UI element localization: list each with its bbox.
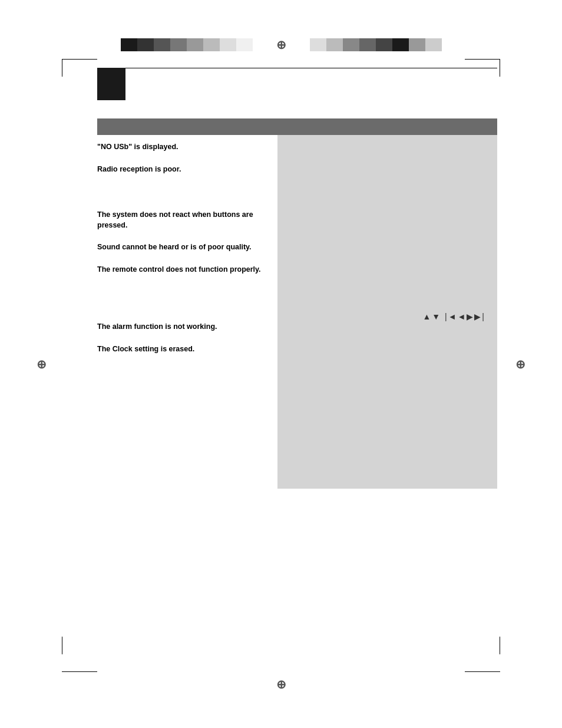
table-body: "NO USb" is displayed. Radio reception i… xyxy=(97,135,497,489)
color-block-7 xyxy=(220,38,236,51)
border-top-right-v xyxy=(500,59,500,77)
problem-text-1: "NO USb" is displayed. xyxy=(97,143,178,151)
border-bot-right-v xyxy=(500,637,500,654)
nav-icons: ▲▼ |◄◄▶▶| xyxy=(422,312,485,321)
solutions-column: ▲▼ |◄◄▶▶| xyxy=(277,135,497,489)
color-block-r2 xyxy=(326,38,343,51)
list-item: The remote control does not function pro… xyxy=(97,265,273,275)
color-block-r3 xyxy=(343,38,359,51)
problem-text-2: Radio reception is poor. xyxy=(97,165,181,173)
main-content: "NO USb" is displayed. Radio reception i… xyxy=(97,68,497,660)
border-bot-left-v xyxy=(62,637,62,654)
problem-text-7: The Clock setting is erased. xyxy=(97,345,194,353)
color-block-3 xyxy=(154,38,170,51)
top-color-bar: ⊕ xyxy=(0,37,562,53)
color-block-r8 xyxy=(425,38,442,51)
table-header xyxy=(97,118,497,135)
top-crosshair: ⊕ xyxy=(276,38,286,52)
border-bot-left-h xyxy=(62,671,97,672)
list-item: The alarm function is not working. xyxy=(97,322,273,332)
color-block-8 xyxy=(236,38,253,51)
problem-text-6: The alarm function is not working. xyxy=(97,322,217,331)
chapter-box xyxy=(97,68,125,100)
problem-text-3: The system does not react when buttons a… xyxy=(97,210,253,229)
color-block-r1 xyxy=(310,38,326,51)
color-block-r6 xyxy=(392,38,409,51)
right-crosshair: ⊕ xyxy=(515,357,525,371)
border-top-left-h xyxy=(62,59,97,60)
color-block-r5 xyxy=(376,38,392,51)
problem-text-4: Sound cannot be heard or is of poor qual… xyxy=(97,243,252,251)
top-rule xyxy=(97,68,497,68)
color-block-2 xyxy=(137,38,154,51)
color-block-r7 xyxy=(409,38,425,51)
list-item: The system does not react when buttons a… xyxy=(97,210,273,230)
border-top-right-h xyxy=(465,59,500,60)
color-strip-left xyxy=(121,38,253,51)
border-top-left-v xyxy=(62,59,62,77)
color-block-r4 xyxy=(359,38,376,51)
list-item: "NO USb" is displayed. xyxy=(97,142,273,153)
color-strip-right xyxy=(310,38,442,51)
color-block-1 xyxy=(121,38,137,51)
color-block-4 xyxy=(170,38,187,51)
troubleshoot-table: "NO USb" is displayed. Radio reception i… xyxy=(97,118,497,489)
list-item: The Clock setting is erased. xyxy=(97,344,273,355)
border-bot-right-h xyxy=(465,671,500,672)
bottom-crosshair: ⊕ xyxy=(276,677,286,691)
list-item: Sound cannot be heard or is of poor qual… xyxy=(97,242,273,253)
color-block-6 xyxy=(203,38,220,51)
problem-text-5: The remote control does not function pro… xyxy=(97,265,261,274)
list-item: Radio reception is poor. xyxy=(97,164,273,175)
color-block-5 xyxy=(187,38,203,51)
problems-column: "NO USb" is displayed. Radio reception i… xyxy=(97,135,277,489)
left-crosshair: ⊕ xyxy=(37,357,47,371)
